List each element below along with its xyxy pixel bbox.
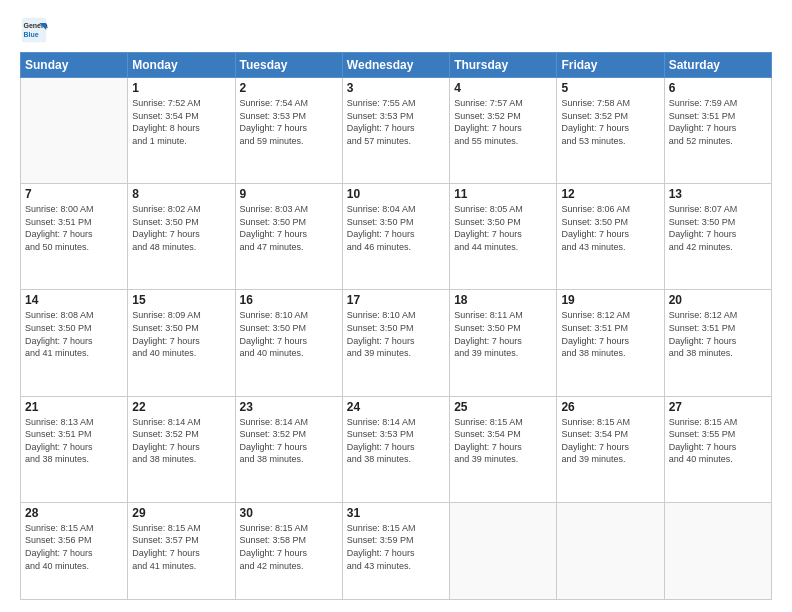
day-info: Sunrise: 8:02 AM Sunset: 3:50 PM Dayligh…	[132, 203, 230, 253]
calendar-cell: 28Sunrise: 8:15 AM Sunset: 3:56 PM Dayli…	[21, 502, 128, 599]
calendar-cell: 7Sunrise: 8:00 AM Sunset: 3:51 PM Daylig…	[21, 184, 128, 290]
day-info: Sunrise: 8:15 AM Sunset: 3:56 PM Dayligh…	[25, 522, 123, 572]
day-info: Sunrise: 8:15 AM Sunset: 3:58 PM Dayligh…	[240, 522, 338, 572]
day-number: 21	[25, 400, 123, 414]
day-number: 20	[669, 293, 767, 307]
day-number: 11	[454, 187, 552, 201]
day-number: 26	[561, 400, 659, 414]
day-header-friday: Friday	[557, 53, 664, 78]
day-header-wednesday: Wednesday	[342, 53, 449, 78]
day-number: 1	[132, 81, 230, 95]
calendar-cell: 29Sunrise: 8:15 AM Sunset: 3:57 PM Dayli…	[128, 502, 235, 599]
day-number: 8	[132, 187, 230, 201]
calendar-cell: 4Sunrise: 7:57 AM Sunset: 3:52 PM Daylig…	[450, 78, 557, 184]
calendar-week-5: 28Sunrise: 8:15 AM Sunset: 3:56 PM Dayli…	[21, 502, 772, 599]
day-number: 12	[561, 187, 659, 201]
day-info: Sunrise: 8:14 AM Sunset: 3:52 PM Dayligh…	[132, 416, 230, 466]
day-info: Sunrise: 8:12 AM Sunset: 3:51 PM Dayligh…	[669, 309, 767, 359]
day-number: 17	[347, 293, 445, 307]
calendar-cell: 12Sunrise: 8:06 AM Sunset: 3:50 PM Dayli…	[557, 184, 664, 290]
calendar-table: SundayMondayTuesdayWednesdayThursdayFrid…	[20, 52, 772, 600]
day-info: Sunrise: 7:59 AM Sunset: 3:51 PM Dayligh…	[669, 97, 767, 147]
calendar-week-1: 1Sunrise: 7:52 AM Sunset: 3:54 PM Daylig…	[21, 78, 772, 184]
calendar-cell: 14Sunrise: 8:08 AM Sunset: 3:50 PM Dayli…	[21, 290, 128, 396]
day-info: Sunrise: 7:57 AM Sunset: 3:52 PM Dayligh…	[454, 97, 552, 147]
day-info: Sunrise: 8:15 AM Sunset: 3:54 PM Dayligh…	[454, 416, 552, 466]
day-number: 10	[347, 187, 445, 201]
svg-text:Blue: Blue	[24, 31, 39, 38]
day-number: 22	[132, 400, 230, 414]
logo: General Blue	[20, 16, 52, 44]
calendar-cell: 27Sunrise: 8:15 AM Sunset: 3:55 PM Dayli…	[664, 396, 771, 502]
logo-icon: General Blue	[20, 16, 48, 44]
day-info: Sunrise: 8:13 AM Sunset: 3:51 PM Dayligh…	[25, 416, 123, 466]
day-number: 25	[454, 400, 552, 414]
day-info: Sunrise: 8:14 AM Sunset: 3:52 PM Dayligh…	[240, 416, 338, 466]
day-info: Sunrise: 7:52 AM Sunset: 3:54 PM Dayligh…	[132, 97, 230, 147]
day-info: Sunrise: 7:58 AM Sunset: 3:52 PM Dayligh…	[561, 97, 659, 147]
day-info: Sunrise: 8:00 AM Sunset: 3:51 PM Dayligh…	[25, 203, 123, 253]
calendar-week-4: 21Sunrise: 8:13 AM Sunset: 3:51 PM Dayli…	[21, 396, 772, 502]
day-info: Sunrise: 8:12 AM Sunset: 3:51 PM Dayligh…	[561, 309, 659, 359]
day-info: Sunrise: 8:15 AM Sunset: 3:55 PM Dayligh…	[669, 416, 767, 466]
calendar-cell: 5Sunrise: 7:58 AM Sunset: 3:52 PM Daylig…	[557, 78, 664, 184]
calendar-cell: 1Sunrise: 7:52 AM Sunset: 3:54 PM Daylig…	[128, 78, 235, 184]
day-info: Sunrise: 7:54 AM Sunset: 3:53 PM Dayligh…	[240, 97, 338, 147]
calendar-cell	[557, 502, 664, 599]
day-number: 27	[669, 400, 767, 414]
calendar-cell: 10Sunrise: 8:04 AM Sunset: 3:50 PM Dayli…	[342, 184, 449, 290]
day-info: Sunrise: 8:08 AM Sunset: 3:50 PM Dayligh…	[25, 309, 123, 359]
day-info: Sunrise: 8:10 AM Sunset: 3:50 PM Dayligh…	[347, 309, 445, 359]
day-number: 24	[347, 400, 445, 414]
calendar-cell: 19Sunrise: 8:12 AM Sunset: 3:51 PM Dayli…	[557, 290, 664, 396]
calendar-header-row: SundayMondayTuesdayWednesdayThursdayFrid…	[21, 53, 772, 78]
calendar-cell: 26Sunrise: 8:15 AM Sunset: 3:54 PM Dayli…	[557, 396, 664, 502]
calendar-cell: 13Sunrise: 8:07 AM Sunset: 3:50 PM Dayli…	[664, 184, 771, 290]
day-info: Sunrise: 7:55 AM Sunset: 3:53 PM Dayligh…	[347, 97, 445, 147]
day-number: 2	[240, 81, 338, 95]
day-info: Sunrise: 8:03 AM Sunset: 3:50 PM Dayligh…	[240, 203, 338, 253]
page: General Blue SundayMondayTuesdayWednesda…	[0, 0, 792, 612]
day-number: 5	[561, 81, 659, 95]
day-number: 16	[240, 293, 338, 307]
calendar-cell: 11Sunrise: 8:05 AM Sunset: 3:50 PM Dayli…	[450, 184, 557, 290]
calendar-cell	[21, 78, 128, 184]
day-info: Sunrise: 8:14 AM Sunset: 3:53 PM Dayligh…	[347, 416, 445, 466]
calendar-cell: 15Sunrise: 8:09 AM Sunset: 3:50 PM Dayli…	[128, 290, 235, 396]
day-number: 23	[240, 400, 338, 414]
day-header-monday: Monday	[128, 53, 235, 78]
day-info: Sunrise: 8:05 AM Sunset: 3:50 PM Dayligh…	[454, 203, 552, 253]
calendar-cell: 6Sunrise: 7:59 AM Sunset: 3:51 PM Daylig…	[664, 78, 771, 184]
day-number: 29	[132, 506, 230, 520]
day-number: 31	[347, 506, 445, 520]
day-number: 6	[669, 81, 767, 95]
day-number: 14	[25, 293, 123, 307]
calendar-cell: 21Sunrise: 8:13 AM Sunset: 3:51 PM Dayli…	[21, 396, 128, 502]
calendar-cell: 31Sunrise: 8:15 AM Sunset: 3:59 PM Dayli…	[342, 502, 449, 599]
calendar-cell: 3Sunrise: 7:55 AM Sunset: 3:53 PM Daylig…	[342, 78, 449, 184]
calendar-cell: 9Sunrise: 8:03 AM Sunset: 3:50 PM Daylig…	[235, 184, 342, 290]
day-number: 7	[25, 187, 123, 201]
day-number: 28	[25, 506, 123, 520]
calendar-cell: 23Sunrise: 8:14 AM Sunset: 3:52 PM Dayli…	[235, 396, 342, 502]
day-number: 9	[240, 187, 338, 201]
day-info: Sunrise: 8:10 AM Sunset: 3:50 PM Dayligh…	[240, 309, 338, 359]
calendar-cell: 24Sunrise: 8:14 AM Sunset: 3:53 PM Dayli…	[342, 396, 449, 502]
day-header-sunday: Sunday	[21, 53, 128, 78]
header: General Blue	[20, 16, 772, 44]
day-number: 13	[669, 187, 767, 201]
day-info: Sunrise: 8:15 AM Sunset: 3:59 PM Dayligh…	[347, 522, 445, 572]
calendar-week-3: 14Sunrise: 8:08 AM Sunset: 3:50 PM Dayli…	[21, 290, 772, 396]
day-info: Sunrise: 8:09 AM Sunset: 3:50 PM Dayligh…	[132, 309, 230, 359]
day-info: Sunrise: 8:06 AM Sunset: 3:50 PM Dayligh…	[561, 203, 659, 253]
day-header-thursday: Thursday	[450, 53, 557, 78]
calendar-cell: 18Sunrise: 8:11 AM Sunset: 3:50 PM Dayli…	[450, 290, 557, 396]
day-info: Sunrise: 8:11 AM Sunset: 3:50 PM Dayligh…	[454, 309, 552, 359]
day-number: 19	[561, 293, 659, 307]
day-header-saturday: Saturday	[664, 53, 771, 78]
day-number: 18	[454, 293, 552, 307]
calendar-cell: 20Sunrise: 8:12 AM Sunset: 3:51 PM Dayli…	[664, 290, 771, 396]
day-info: Sunrise: 8:15 AM Sunset: 3:54 PM Dayligh…	[561, 416, 659, 466]
day-number: 4	[454, 81, 552, 95]
calendar-cell: 22Sunrise: 8:14 AM Sunset: 3:52 PM Dayli…	[128, 396, 235, 502]
